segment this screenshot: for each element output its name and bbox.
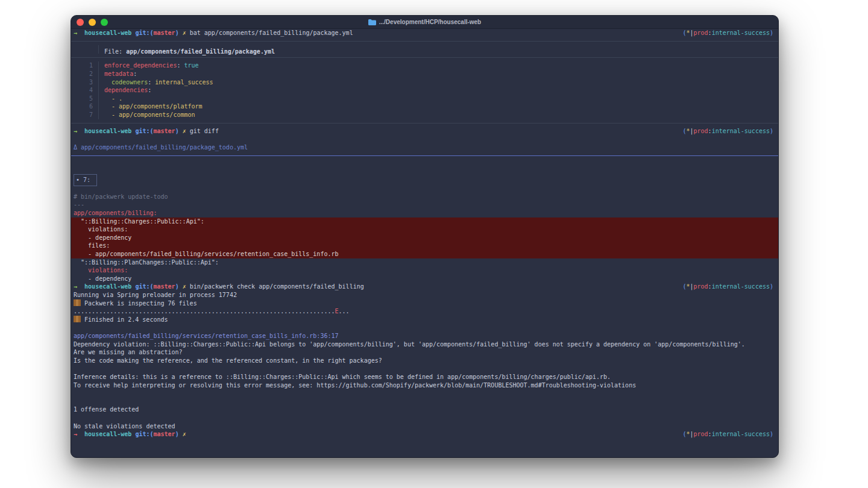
icon-package [74,299,81,306]
text-segment: internal-success [712,431,770,437]
hunk-header: • 7: [74,174,97,186]
text-segment: Is the code making the reference, and th… [74,357,382,364]
text-segment: Finished in 2.4 seconds [81,316,168,323]
text-segment: Are we missing an abstraction? [74,349,183,355]
text-segment: Packwerk is inspecting 76 files [81,300,197,307]
text-segment: violations: [74,226,128,233]
bat-code-line: 1enforce_dependencies: true [71,61,778,70]
bat-grid-rule [71,54,778,62]
line-number: 6 [74,102,99,111]
text-segment: bat app/components/failed_billing/packag… [186,30,353,36]
output-line: Packwerk is inspecting 76 files [71,299,778,308]
output-line: Is the code making the reference, and th… [71,357,778,365]
text-segment: 1 offense detected [74,406,139,413]
terminal-window: .../Development/HCP/housecall-web → hous… [71,15,779,458]
text-segment: - dependency [74,275,131,282]
text-segment: - app/components/failed_billing/services… [74,251,339,257]
output-line: Finished in 2.4 seconds [71,316,778,324]
text-segment: app/components/failed_billing/services/r… [74,333,339,339]
text-segment [77,283,84,290]
text-segment: internal-success [712,128,770,134]
terminal-body[interactable]: → housecall-web git:(master) ✗ bat app/c… [71,29,778,439]
text-segment [77,128,84,134]
text-segment: files: [74,242,110,249]
text-segment: - dependency [74,234,131,241]
bat-code-line: 7 - app/components/common [71,111,778,119]
text-segment: master [154,128,175,134]
line-number: 7 [74,111,99,119]
text-segment: Δ app/components/failed_billing/package_… [74,144,248,151]
bat-file-header: File: app/components/failed_billing/pack… [71,45,778,54]
terminal-line [71,389,778,398]
text-segment: Running via Spring preloader in process … [74,292,237,298]
text-segment: true [180,62,198,69]
text-segment: app/components/billing: [74,210,157,216]
terminal-line [71,136,778,144]
diff-removed-line: - app/components/failed_billing/services… [71,250,778,258]
line-number: 2 [74,70,99,78]
text-segment: prod [694,30,708,36]
text-segment: ) [770,30,773,36]
zoom-button[interactable] [101,19,108,26]
text-segment: Inference details: this is a reference t… [74,374,611,380]
violation-file-ref: app/components/failed_billing/services/r… [71,332,778,340]
text-segment [186,431,190,437]
title-bar: .../Development/HCP/housecall-web [71,16,778,29]
text-segment: : [148,87,151,93]
right-prompt: (*|prod:internal-success) [682,29,773,37]
diff-removed-line: "::Billing::Charges::Public::Api": [71,217,778,226]
bat-grid-rule [71,119,778,128]
bat-code-line: 3 codeowners: internal_success [71,78,778,87]
text-segment: : [133,70,137,77]
text-segment: housecall-web [84,30,131,36]
output-line: 1 offense detected [71,405,778,414]
window-controls [77,19,108,26]
text-segment: - app/components/common [104,111,195,118]
prompt-line: → housecall-web git:(master) ✗ bin/packw… [71,283,778,291]
bat-grid-rule [71,37,778,46]
progress-line: ........................................… [71,307,778,316]
close-button[interactable] [77,19,84,26]
output-line: Are we missing an abstraction? [71,348,778,357]
line-number [74,45,99,54]
text-segment: "::Billing::Charges::Public::Api": [74,218,204,225]
prompt-line: → housecall-web git:(master) ✗ (*|prod:i… [71,430,778,439]
minimize-button[interactable] [89,19,96,26]
bat-code-line: 5 - . [71,95,778,103]
line-number: 4 [74,86,99,95]
diff-context-line: - dependency [71,275,778,283]
output-line: Running via Spring preloader in process … [71,291,778,299]
text-segment: internal-success [712,30,770,36]
prompt-line: → housecall-web git:(master) ✗ bat app/c… [71,29,778,37]
text-segment: git:( [135,30,153,36]
text-segment: metadata [104,70,133,77]
text-segment: violations: [74,267,128,274]
output-line: Inference details: this is a reference t… [71,373,778,381]
window-title: .../Development/HCP/housecall-web [71,16,778,28]
text-segment: master [154,283,175,290]
text-segment: internal-success [712,283,770,290]
text-segment: housecall-web [84,283,131,290]
text-segment: git:( [135,128,153,134]
diff-file-rule [71,152,778,160]
diff-removed-line: - dependency [71,234,778,242]
output-line: No stale violations detected [71,422,778,431]
output-line: To receive help interpreting or resolvin… [71,381,778,390]
text-segment: master [154,431,175,437]
text-segment: - app/components/platform [104,103,203,110]
diff-file-header: Δ app/components/failed_billing/package_… [71,143,778,152]
text-segment: housecall-web [84,431,131,437]
text-segment: - . [104,95,122,102]
folder-icon [368,19,376,25]
text-segment: master [154,30,175,36]
line-number: 3 [74,78,99,87]
output-line: Dependency violation: ::Billing::Charges… [71,340,778,349]
text-segment: "::Billing::PlanChanges::Public::Api": [74,259,219,266]
text-segment: prod [694,431,708,437]
bat-code-line: 2metadata: [71,70,778,78]
diff-removed-line: violations: [71,225,778,234]
text-segment: housecall-web [84,128,131,134]
text-segment: enforce_dependencies [104,62,177,69]
diff-context-line: violations: [71,266,778,275]
text-segment: internal_success [151,79,213,86]
